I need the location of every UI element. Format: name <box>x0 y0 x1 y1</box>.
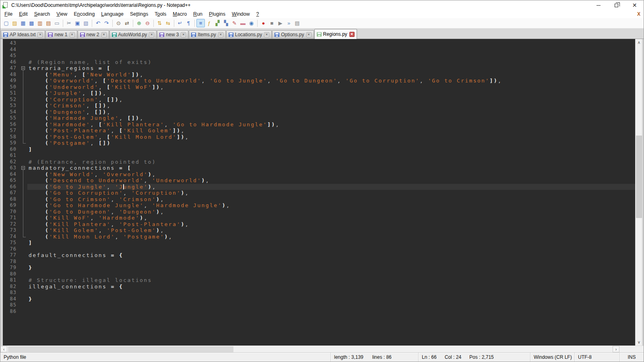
menu-?[interactable]: ? <box>253 10 262 18</box>
paste-button[interactable]: ▧ <box>82 19 90 27</box>
status-insert-mode[interactable]: INS <box>620 353 644 362</box>
document-map-button[interactable]: ▞ <box>213 19 222 27</box>
new-file-button[interactable]: ▢ <box>2 19 10 27</box>
macro-save-button[interactable]: ▤ <box>293 19 301 27</box>
macro-record-button[interactable]: ● <box>259 19 268 27</box>
tab-new-1[interactable]: new 1✕ <box>45 30 77 39</box>
line-number: 56 <box>3 121 17 128</box>
menu-tools[interactable]: Tools <box>151 10 169 18</box>
file-monitoring-button[interactable]: ◉ <box>247 19 256 27</box>
scroll-down-arrow-icon[interactable]: ∨ <box>636 339 642 346</box>
tab-ap-ideas-txt[interactable]: AP Ideas.txt✕ <box>1 30 45 39</box>
open-file-button[interactable]: ▨ <box>10 19 19 27</box>
function-list-button[interactable]: ƒ <box>205 19 213 27</box>
saved-file-icon <box>48 33 53 37</box>
menu-window[interactable]: Window <box>229 10 253 18</box>
line-number: 66 <box>3 184 17 190</box>
sync-horizontal-scrolling-button[interactable]: ⇆ <box>164 19 172 27</box>
fold-collapse-icon[interactable] <box>20 165 27 171</box>
tab-close-icon[interactable]: ✕ <box>349 32 355 37</box>
tab-new-2[interactable]: new 2✕ <box>78 30 109 39</box>
macro-run-multiple-button[interactable]: » <box>285 19 293 27</box>
minimize-button[interactable] <box>589 0 607 10</box>
vertical-scrollbar-thumb[interactable] <box>636 136 642 218</box>
tab-autoworld-py[interactable]: AutoWorld.py✕ <box>109 30 157 39</box>
document-list-button[interactable]: ▚ <box>222 19 230 27</box>
line-number: 77 <box>3 252 17 259</box>
sync-vertical-scrolling-button[interactable]: ⇅ <box>155 19 164 27</box>
close-document-button[interactable]: ▥ <box>36 19 44 27</box>
edit-marker-button[interactable]: ✎ <box>230 19 239 27</box>
show-all-characters-button[interactable]: ¶ <box>184 19 193 27</box>
undo-button[interactable]: ↶ <box>94 19 102 27</box>
scroll-up-arrow-icon[interactable]: ∧ <box>636 39 642 46</box>
line-text: terraria_regions = [ <box>27 65 635 72</box>
fold-collapse-icon[interactable] <box>20 65 27 72</box>
horizontal-scrollbar-thumb[interactable] <box>8 346 233 352</box>
save-all-button[interactable]: ▩ <box>27 19 36 27</box>
line-text: illegal_connections = { <box>27 284 635 290</box>
menu-settings[interactable]: Settings <box>127 10 151 18</box>
menu-language[interactable]: Language <box>98 10 127 18</box>
macro-playback-button[interactable]: ▶ <box>276 19 285 27</box>
code-line-50: 50 ('Underworld', ['Kill WoF']), <box>3 84 635 90</box>
tab-close-icon[interactable]: ✕ <box>149 32 154 37</box>
find-button[interactable]: ⊙ <box>114 19 123 27</box>
line-text: ('Descend to Underworld', 'Underworld'), <box>27 177 635 184</box>
menu-run[interactable]: Run <box>190 10 206 18</box>
menu-plugins[interactable]: Plugins <box>206 10 229 18</box>
menu-encoding[interactable]: Encoding <box>70 10 98 18</box>
save-button[interactable]: ▦ <box>19 19 27 27</box>
copy-button[interactable]: ▣ <box>73 19 82 27</box>
tab-regions-py[interactable]: Regions.py✕ <box>314 29 357 39</box>
fold-margin <box>20 177 27 184</box>
status-eol-format[interactable]: Windows (CR LF) <box>530 353 575 362</box>
tab-locations-py[interactable]: Locations.py✕ <box>226 30 272 39</box>
sync-horizontal-scrolling-icon: ⇆ <box>166 20 170 26</box>
tab-options-py[interactable]: Options.py✕ <box>272 30 314 39</box>
line-text: } <box>27 265 635 271</box>
menu-search[interactable]: Search <box>31 10 54 18</box>
toolbar-separator <box>112 20 113 27</box>
restore-button[interactable] <box>607 0 625 10</box>
scroll-left-arrow-icon[interactable]: ‹ <box>0 346 7 352</box>
print-button[interactable]: ▭ <box>53 19 61 27</box>
close-all-documents-button[interactable]: ▤ <box>44 19 53 27</box>
status-char-position: Pos : 2,715 <box>469 354 494 360</box>
tab-close-icon[interactable]: ✕ <box>181 32 186 37</box>
indent-guide-button[interactable]: ≡ <box>196 19 205 27</box>
line-number: 59 <box>3 140 17 146</box>
status-encoding[interactable]: UTF-8 <box>575 353 620 362</box>
document-list-icon: ▚ <box>224 20 228 26</box>
code-line-71: 71 ('Kill WoF', 'Hardmode'), <box>3 215 635 221</box>
vertical-scrollbar[interactable]: ∧ ∨ <box>635 39 642 346</box>
folder-as-workspace-button[interactable]: ▬ <box>239 19 247 27</box>
fold-margin <box>20 134 27 140</box>
replace-button[interactable]: ⇄ <box>123 19 131 27</box>
close-button[interactable]: ✕ <box>625 0 644 10</box>
tab-close-icon[interactable]: ✕ <box>101 32 107 37</box>
tab-close-icon[interactable]: ✕ <box>218 32 223 37</box>
zoom-in-button[interactable]: ⊕ <box>135 19 143 27</box>
tab-items-py[interactable]: Items.py✕ <box>189 30 225 39</box>
line-text: # Structure: illegal locations <box>27 277 635 284</box>
tab-close-icon[interactable]: ✕ <box>37 32 43 37</box>
line-text: ('Go to Jungle', 'Jungle'), <box>27 184 635 190</box>
scroll-right-arrow-icon[interactable]: › <box>613 346 619 352</box>
cut-button[interactable]: ✂ <box>65 19 73 27</box>
zoom-out-button[interactable]: ⊖ <box>143 19 152 27</box>
word-wrap-button[interactable]: ↵ <box>176 19 184 27</box>
macro-stop-button[interactable]: ■ <box>268 19 276 27</box>
tab-close-icon[interactable]: ✕ <box>264 32 269 37</box>
tab-close-icon[interactable]: ✕ <box>306 32 312 37</box>
close-current-document-x[interactable]: X <box>637 11 640 17</box>
menu-view[interactable]: View <box>53 10 70 18</box>
code-editor[interactable]: 43 44 45 46# (Region name, list of exits… <box>3 39 635 346</box>
horizontal-scrollbar[interactable]: ‹ › <box>0 346 644 352</box>
redo-button[interactable]: ↷ <box>102 19 111 27</box>
menu-file[interactable]: File <box>1 10 16 18</box>
menu-macro[interactable]: Macro <box>169 10 190 18</box>
tab-new-3[interactable]: new 3✕ <box>157 30 188 39</box>
tab-close-icon[interactable]: ✕ <box>70 32 75 37</box>
menu-edit[interactable]: Edit <box>16 10 31 18</box>
